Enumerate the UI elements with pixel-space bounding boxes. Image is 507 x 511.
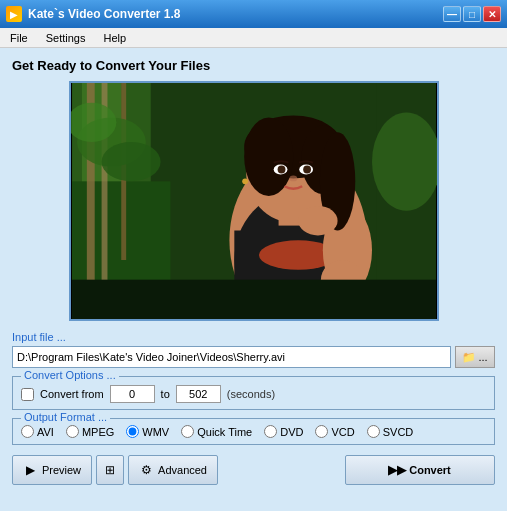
output-format-box: Output Format ... AVI MPEG WMV Quick Tim… (12, 418, 495, 445)
output-format-label: Output Format ... (21, 411, 110, 423)
bottom-buttons: ▶ Preview ⊞ ⚙ Advanced ▶▶ Convert (12, 455, 495, 485)
browse-button[interactable]: 📁 ... (455, 346, 495, 368)
video-preview (69, 81, 439, 321)
format-svcd[interactable]: SVCD (367, 425, 414, 438)
svg-point-19 (244, 117, 293, 196)
video-frame (71, 83, 437, 319)
format-wmv[interactable]: WMV (126, 425, 169, 438)
convert-to-value[interactable] (176, 385, 221, 403)
svg-point-25 (303, 166, 311, 174)
svg-point-9 (101, 142, 160, 181)
main-content: Get Ready to Convert Your Files (0, 48, 507, 495)
input-file-label: Input file ... (12, 331, 495, 343)
svg-point-28 (298, 206, 337, 236)
maximize-button[interactable]: □ (463, 6, 481, 22)
app-icon: ▶ (6, 6, 22, 22)
svg-rect-31 (72, 280, 436, 319)
svg-point-24 (277, 166, 285, 174)
to-label: to (161, 388, 170, 400)
left-buttons: ▶ Preview ⊞ ⚙ Advanced (12, 455, 218, 485)
menu-help[interactable]: Help (99, 31, 130, 45)
convert-from-text: Convert from (40, 388, 104, 400)
title-bar-left: ▶ Kate`s Video Converter 1.8 (6, 6, 181, 22)
advanced-button[interactable]: ⚙ Advanced (128, 455, 218, 485)
convert-button[interactable]: ▶▶ Convert (345, 455, 495, 485)
minimize-button[interactable]: — (443, 6, 461, 22)
seconds-label: (seconds) (227, 388, 275, 400)
menu-bar: File Settings Help (0, 28, 507, 48)
window-title: Kate`s Video Converter 1.8 (28, 7, 181, 21)
format-row: AVI MPEG WMV Quick Time DVD VCD (21, 425, 486, 438)
menu-settings[interactable]: Settings (42, 31, 90, 45)
input-file-row: 📁 ... (12, 346, 495, 368)
input-file-field[interactable] (12, 346, 451, 368)
page-title: Get Ready to Convert Your Files (12, 58, 495, 73)
grid-icon: ⊞ (102, 462, 118, 478)
convert-options-label: Convert Options ... (21, 369, 119, 381)
format-dvd[interactable]: DVD (264, 425, 303, 438)
convert-icon: ▶▶ (389, 462, 405, 478)
svg-point-26 (289, 175, 297, 181)
folder-icon: 📁 (462, 351, 476, 364)
convert-options-box: Convert Options ... Convert from to (sec… (12, 376, 495, 410)
format-avi[interactable]: AVI (21, 425, 54, 438)
grid-button[interactable]: ⊞ (96, 455, 124, 485)
preview-button[interactable]: ▶ Preview (12, 455, 92, 485)
format-vcd[interactable]: VCD (315, 425, 354, 438)
svg-point-27 (242, 178, 248, 184)
play-icon: ▶ (23, 462, 38, 478)
title-bar: ▶ Kate`s Video Converter 1.8 — □ ✕ (0, 0, 507, 28)
gear-icon: ⚙ (139, 462, 154, 478)
menu-file[interactable]: File (6, 31, 32, 45)
close-button[interactable]: ✕ (483, 6, 501, 22)
convert-from-checkbox[interactable] (21, 388, 34, 401)
convert-from-row: Convert from to (seconds) (21, 383, 486, 403)
title-bar-controls: — □ ✕ (443, 6, 501, 22)
convert-from-value[interactable] (110, 385, 155, 403)
format-quicktime[interactable]: Quick Time (181, 425, 252, 438)
format-mpeg[interactable]: MPEG (66, 425, 114, 438)
